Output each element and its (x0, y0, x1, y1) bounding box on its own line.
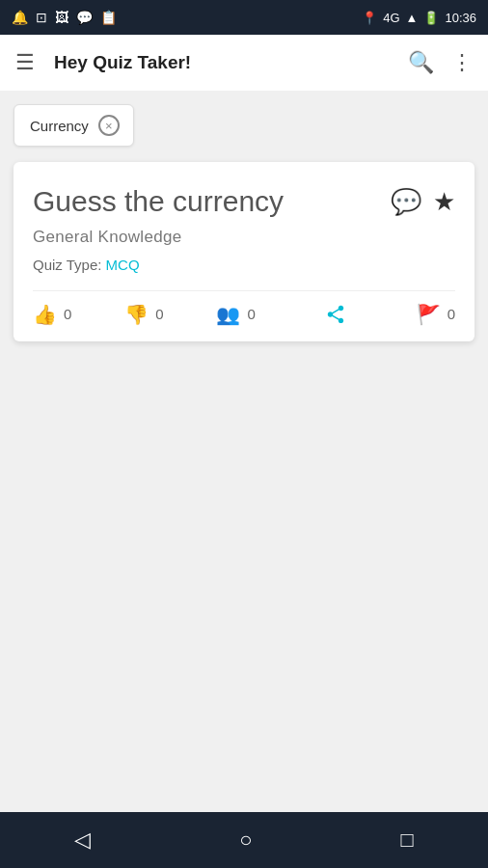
quiz-card: Guess the currency 💬 ★ General Knowledge… (14, 162, 474, 341)
flag-count: 0 (447, 306, 455, 322)
thumbs-down-count: 0 (155, 306, 163, 322)
quiz-category: General Knowledge (33, 228, 455, 247)
status-bar: 🔔 ⊡ 🖼 💬 📋 📍 4G ▲ 🔋 10:36 (0, 0, 488, 35)
quiz-type-label: Quiz Type: (33, 257, 101, 273)
menu-icon[interactable]: ☰ (15, 50, 35, 75)
network-label: 4G (383, 11, 399, 25)
time-label: 10:36 (445, 11, 476, 25)
more-options-icon[interactable]: ⋮ (451, 50, 473, 75)
status-bar-left: 🔔 ⊡ 🖼 💬 📋 (12, 10, 117, 25)
thumbs-up-stat[interactable]: 👍 0 (33, 303, 124, 326)
quiz-type-value: MCQ (106, 257, 140, 273)
thumbs-up-icon: 👍 (33, 303, 57, 326)
comment-icon[interactable]: 💬 (391, 187, 421, 217)
bottom-nav: ◁ ○ □ (0, 812, 488, 868)
home-button[interactable]: ○ (239, 827, 252, 853)
quiz-card-top-actions: 💬 ★ (391, 187, 455, 217)
screenshot-icon: ⊡ (36, 10, 47, 25)
flag-icon: 🚩 (417, 303, 441, 326)
location-icon: 📍 (362, 11, 377, 25)
clipboard-icon: 📋 (100, 10, 117, 25)
star-icon[interactable]: ★ (433, 187, 455, 217)
users-count: 0 (247, 306, 255, 322)
thumbs-up-count: 0 (64, 306, 71, 322)
toolbar: ☰ Hey Quiz Taker! 🔍 ⋮ (0, 35, 488, 91)
whatsapp-icon: 💬 (76, 10, 93, 25)
status-bar-right: 📍 4G ▲ 🔋 10:36 (362, 11, 476, 25)
stats-row: 👍 0 👎 0 👥 0 🚩 0 (33, 290, 455, 326)
recent-apps-button[interactable]: □ (401, 827, 414, 853)
search-icon[interactable]: 🔍 (408, 50, 434, 75)
flag-stat[interactable]: 🚩 0 (364, 303, 455, 326)
signal-icon: ▲ (406, 11, 419, 25)
content-area: Currency × Guess the currency 💬 ★ Genera… (0, 91, 488, 812)
quiz-card-header: Guess the currency 💬 ★ (33, 183, 455, 220)
image-icon: 🖼 (55, 10, 68, 25)
users-stat[interactable]: 👥 0 (216, 303, 308, 326)
thumbs-down-stat[interactable]: 👎 0 (124, 303, 216, 326)
battery-icon: 🔋 (423, 11, 439, 25)
share-button[interactable] (309, 304, 364, 325)
back-button[interactable]: ◁ (74, 827, 91, 853)
filter-chip-label: Currency (30, 118, 89, 134)
users-icon: 👥 (216, 303, 240, 326)
quiz-type-row: Quiz Type: MCQ (33, 257, 455, 273)
thumbs-down-icon: 👎 (124, 303, 149, 326)
toolbar-actions: 🔍 ⋮ (408, 50, 473, 75)
currency-filter-chip[interactable]: Currency × (14, 104, 134, 147)
app-title: Hey Quiz Taker! (54, 52, 408, 73)
quiz-card-title: Guess the currency (33, 183, 379, 220)
filter-chip-close-icon[interactable]: × (98, 115, 120, 136)
notification-icon: 🔔 (12, 10, 28, 25)
